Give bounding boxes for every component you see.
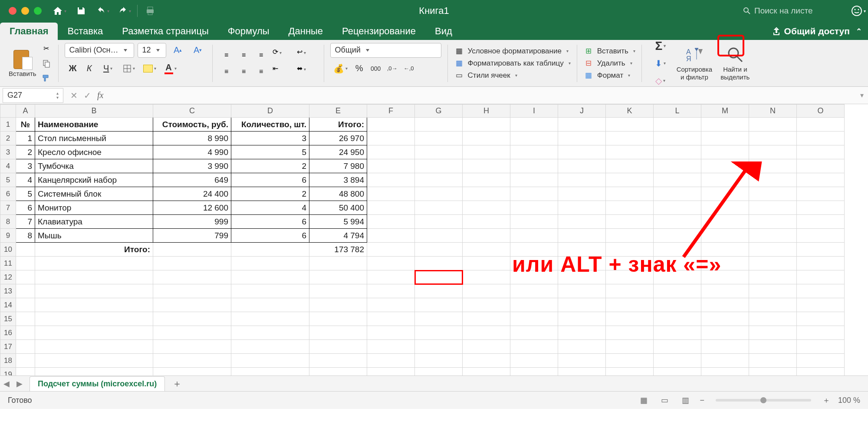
col-header-J[interactable]: J: [558, 105, 606, 118]
row-header-18[interactable]: 18: [0, 354, 16, 368]
underline-button[interactable]: Ч▾: [98, 61, 118, 76]
tab-review[interactable]: Рецензирование: [332, 23, 425, 40]
italic-button[interactable]: К: [81, 61, 98, 76]
clear-button[interactable]: ◇▾: [648, 73, 673, 88]
font-size-combo[interactable]: 12: [138, 43, 166, 58]
col-header-A[interactable]: A: [16, 105, 35, 118]
number-format-combo[interactable]: Общий: [330, 43, 441, 58]
row-header-15[interactable]: 15: [0, 312, 16, 326]
row-header-19[interactable]: 19: [0, 368, 16, 376]
autosum-button[interactable]: Σ▾: [648, 39, 673, 53]
comma-button[interactable]: 000: [368, 61, 384, 76]
cut-icon[interactable]: ✂: [41, 43, 52, 54]
row-header-2[interactable]: 2: [0, 132, 16, 145]
increase-font-icon[interactable]: A▴: [170, 43, 186, 58]
align-center-icon[interactable]: ≡: [236, 64, 252, 79]
next-sheet-icon[interactable]: ▶: [13, 379, 26, 389]
row-header-17[interactable]: 17: [0, 340, 16, 354]
merge-cells-icon[interactable]: ⬌▾: [297, 64, 318, 79]
font-color-button[interactable]: A▾: [160, 61, 181, 76]
zoom-out-icon[interactable]: −: [700, 396, 704, 405]
col-header-K[interactable]: K: [606, 105, 654, 118]
percent-button[interactable]: %: [351, 61, 368, 76]
borders-button[interactable]: ▾: [118, 61, 139, 76]
conditional-formatting-button[interactable]: ▦Условное форматирование▾: [454, 46, 571, 57]
add-sheet-button[interactable]: ＋: [169, 377, 185, 390]
col-header-O[interactable]: O: [797, 105, 845, 118]
increase-decimal-icon[interactable]: ,0→: [384, 61, 401, 76]
page-break-view-icon[interactable]: ▥: [679, 395, 692, 405]
align-left-icon[interactable]: ≡: [219, 64, 234, 79]
delete-cells-button[interactable]: ⊟Удалить▾: [583, 58, 635, 69]
search-box[interactable]: Поиск на листе: [737, 3, 845, 18]
expand-formula-bar-icon[interactable]: ▾: [856, 91, 868, 99]
tab-view[interactable]: Вид: [425, 23, 462, 40]
row-header-1[interactable]: 1: [0, 118, 16, 132]
col-header-L[interactable]: L: [654, 105, 701, 118]
zoom-in-icon[interactable]: ＋: [822, 395, 830, 405]
row-header-7[interactable]: 7: [0, 201, 16, 215]
paste-button[interactable]: Вставить: [9, 49, 36, 77]
row-header-11[interactable]: 11: [0, 257, 16, 270]
row-header-8[interactable]: 8: [0, 215, 16, 229]
maximize-window[interactable]: [34, 7, 42, 15]
save-icon[interactable]: [70, 0, 92, 22]
normal-view-icon[interactable]: ▦: [637, 395, 650, 405]
row-header-10[interactable]: 10: [0, 243, 16, 257]
redo-icon[interactable]: ▾: [114, 0, 135, 22]
col-header-D[interactable]: D: [231, 105, 309, 118]
fill-color-button[interactable]: ▾: [139, 61, 160, 76]
align-right-icon[interactable]: ≡: [253, 64, 269, 79]
fx-icon[interactable]: fx: [97, 90, 103, 100]
close-window[interactable]: [9, 7, 16, 15]
formula-input[interactable]: [110, 88, 856, 103]
wrap-text-icon[interactable]: ↩▾: [297, 48, 318, 63]
tab-formulas[interactable]: Формулы: [218, 23, 279, 40]
name-box[interactable]: G27 ▴▾: [3, 88, 63, 103]
row-header-13[interactable]: 13: [0, 284, 16, 298]
tab-data[interactable]: Данные: [279, 23, 332, 40]
align-top-icon[interactable]: ≡: [219, 48, 234, 63]
sort-filter-button[interactable]: АЯ Сортировка и фильтр: [675, 46, 714, 81]
col-header-C[interactable]: C: [153, 105, 231, 118]
sheet-tab[interactable]: Подсчет суммы (microexcel.ru): [30, 376, 165, 391]
row-header-9[interactable]: 9: [0, 229, 16, 243]
decrease-font-icon[interactable]: A▾: [190, 43, 206, 58]
spreadsheet-grid[interactable]: ABCDEFGHIJKLMNO1№НаименованиеСтоимость, …: [0, 104, 845, 376]
bold-button[interactable]: Ж: [65, 61, 81, 76]
col-header-F[interactable]: F: [367, 105, 415, 118]
col-header-N[interactable]: N: [749, 105, 797, 118]
orientation-icon[interactable]: ⟳▾: [273, 48, 293, 63]
tab-page-layout[interactable]: Разметка страницы: [112, 23, 218, 40]
print-icon[interactable]: [139, 0, 161, 22]
fill-button[interactable]: ⬇▾: [648, 56, 673, 71]
cell-styles-button[interactable]: ▭Стили ячеек▾: [454, 70, 571, 81]
format-painter-icon[interactable]: [41, 72, 52, 84]
row-header-4[interactable]: 4: [0, 159, 16, 173]
currency-button[interactable]: 💰▾: [330, 61, 351, 76]
row-header-12[interactable]: 12: [0, 270, 16, 284]
col-header-B[interactable]: B: [35, 105, 153, 118]
prev-sheet-icon[interactable]: ◀: [0, 379, 13, 389]
row-header-3[interactable]: 3: [0, 145, 16, 159]
align-middle-icon[interactable]: ≡: [236, 48, 252, 63]
row-header-14[interactable]: 14: [0, 298, 16, 312]
col-header-M[interactable]: M: [701, 105, 749, 118]
collapse-ribbon-icon[interactable]: ⌃: [856, 27, 862, 36]
share-button[interactable]: Общий доступ ⌃: [772, 26, 868, 40]
minimize-window[interactable]: [21, 7, 29, 15]
zoom-slider[interactable]: [716, 399, 811, 402]
col-header-E[interactable]: E: [309, 105, 367, 118]
font-name-combo[interactable]: Calibri (Осн…: [65, 43, 134, 58]
find-select-button[interactable]: Найти и выделить: [716, 46, 755, 81]
format-cells-button[interactable]: ▦Формат▾: [583, 70, 635, 81]
copy-icon[interactable]: [41, 58, 52, 69]
page-layout-view-icon[interactable]: ▭: [658, 395, 671, 405]
home-icon[interactable]: ▾: [49, 0, 70, 22]
row-header-6[interactable]: 6: [0, 187, 16, 201]
indent-decrease-icon[interactable]: ⇤: [273, 64, 293, 79]
tab-home[interactable]: Главная: [0, 23, 58, 40]
col-header-I[interactable]: I: [510, 105, 558, 118]
row-header-5[interactable]: 5: [0, 173, 16, 187]
decrease-decimal-icon[interactable]: ←,0: [401, 61, 417, 76]
